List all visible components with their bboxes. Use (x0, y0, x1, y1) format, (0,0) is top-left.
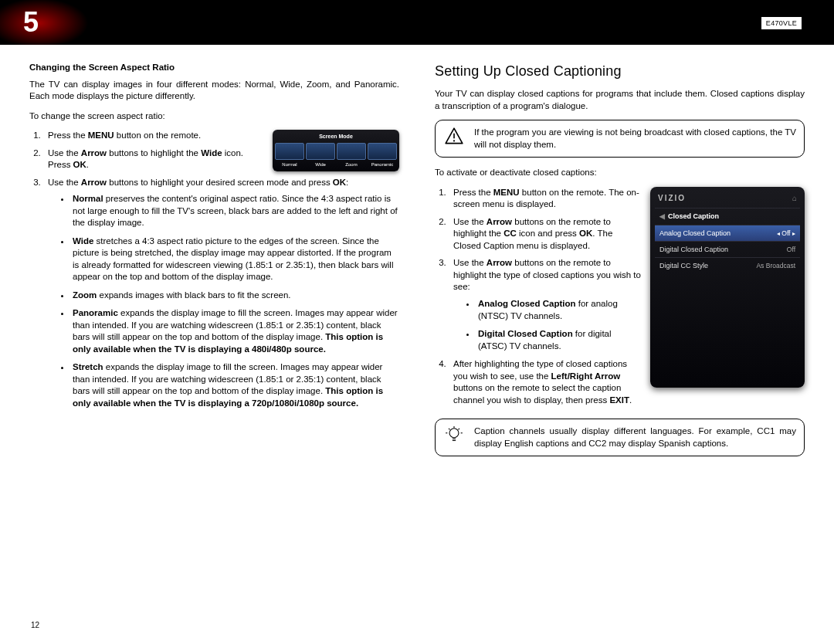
left-arrow-icon: ◂ (777, 230, 780, 237)
warning-text: If the program you are viewing is not be… (474, 127, 796, 151)
right-arrow-icon: ▸ (792, 230, 795, 237)
cc-menu-brand-row: VIZIO ⌂ (655, 192, 800, 208)
svg-point-2 (449, 429, 459, 438)
tip-callout: Caption channels usually display differe… (435, 419, 805, 456)
page-body: Changing the Screen Aspect Ratio The TV … (0, 45, 834, 473)
page-number: 12 (31, 620, 39, 631)
list-item: Stretch expands the display image to fil… (71, 361, 399, 409)
cc-menu-row: Analog Closed Caption ◂ Off ▸ (655, 225, 800, 242)
screen-mode-option: Wide (306, 143, 335, 168)
list-item: Normal preserves the content's original … (71, 193, 399, 229)
left-intro: The TV can display images in four differ… (29, 79, 399, 103)
right-lead: To activate or deactivate closed caption… (435, 167, 805, 179)
header-graphic (0, 0, 100, 45)
cc-menu-row: Digital Closed Caption Off (655, 241, 800, 257)
screen-mode-option: Normal (275, 143, 304, 168)
model-label: E470VLE (761, 17, 802, 29)
svg-point-1 (453, 141, 455, 142)
list-item: Use the Arrow buttons to highlight your … (43, 177, 399, 410)
warning-callout: If the program you are viewing is not be… (435, 120, 805, 158)
screen-mode-title: Screen Mode (275, 133, 397, 140)
svg-line-8 (449, 429, 450, 430)
home-icon: ⌂ (792, 193, 797, 204)
screen-mode-thumbnail: Screen Mode Normal Wide Zoom Panoramic (273, 130, 399, 171)
cc-menu-row: Digital CC Style As Broadcast (655, 257, 800, 273)
left-lead: To change the screen aspect ratio: (29, 110, 399, 123)
cc-menu-thumbnail: VIZIO ⌂ ◀Closed Caption Analog Closed Ca… (650, 187, 805, 388)
screen-mode-option: Zoom (337, 143, 366, 168)
back-triangle-icon: ◀ (659, 212, 665, 220)
right-intro: Your TV can display closed captions for … (435, 88, 805, 112)
page-header: 5 (0, 0, 834, 45)
svg-line-9 (458, 429, 459, 430)
right-column: Setting Up Closed Captioning Your TV can… (435, 62, 805, 466)
screen-mode-option: Panoramic (368, 143, 397, 168)
right-heading: Setting Up Closed Captioning (435, 62, 805, 80)
vizio-logo: VIZIO (658, 193, 686, 204)
left-subhead: Changing the Screen Aspect Ratio (29, 62, 399, 74)
list-item: Panoramic expands the display image to f… (71, 307, 399, 355)
cc-menu-title-row: ◀Closed Caption (655, 208, 800, 224)
warning-icon (443, 127, 465, 147)
chapter-number: 5 (23, 4, 39, 42)
mode-list: Normal preserves the content's original … (48, 193, 399, 409)
lightbulb-icon (443, 425, 465, 446)
left-steps: Press the MENU button on the remote. Use… (29, 130, 399, 409)
list-item: Wide stretches a 4:3 aspect ratio pictur… (71, 236, 399, 283)
list-item: Zoom expands images with black bars to f… (71, 290, 399, 302)
left-column: Changing the Screen Aspect Ratio The TV … (29, 62, 399, 466)
tip-text: Caption channels usually display differe… (474, 425, 796, 449)
